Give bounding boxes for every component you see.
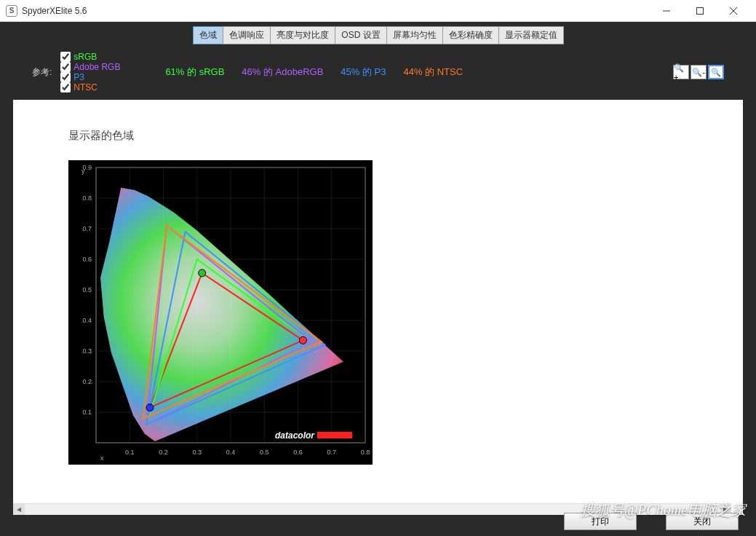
svg-text:0.2: 0.2 (82, 378, 92, 385)
svg-text:0.4: 0.4 (226, 449, 236, 456)
tab-5[interactable]: 色彩精确度 (442, 26, 499, 44)
ref-checkbox-srgb[interactable]: sRGB (60, 52, 120, 62)
svg-text:0.7: 0.7 (82, 225, 92, 232)
close-button[interactable] (717, 0, 750, 22)
tab-1[interactable]: 色调响应 (223, 26, 271, 44)
svg-text:0.7: 0.7 (327, 449, 336, 456)
zoom-reset-button[interactable]: 🔍 (708, 65, 724, 79)
option-row: 参考: sRGBAdobe RGBP3NTSC 61% 的 sRGB46% 的 … (3, 47, 753, 100)
svg-text:0.1: 0.1 (82, 409, 92, 416)
zoom-in-button[interactable]: 🔍+ (673, 65, 689, 79)
svg-point-41 (299, 336, 306, 344)
checkbox-input[interactable] (60, 62, 71, 72)
svg-text:0.3: 0.3 (82, 347, 92, 355)
svg-text:0.5: 0.5 (82, 286, 92, 293)
tab-0[interactable]: 色域 (193, 26, 223, 44)
svg-text:0.8: 0.8 (361, 449, 370, 456)
checkbox-input[interactable] (60, 82, 71, 92)
svg-text:x: x (100, 454, 104, 462)
bottom-buttons: 打印 关闭 (564, 513, 739, 530)
maximize-button[interactable] (683, 0, 717, 22)
stat-3: 44% 的 NTSC (403, 66, 463, 77)
stat-0: 61% 的 sRGB (165, 66, 224, 77)
svg-text:0.4: 0.4 (82, 317, 92, 324)
svg-text:0.2: 0.2 (159, 449, 168, 456)
checkbox-label: Adobe RGB (73, 62, 120, 72)
svg-point-42 (199, 269, 206, 277)
close-panel-button[interactable]: 关闭 (666, 513, 739, 530)
stat-1: 46% 的 AdobeRGB (242, 66, 323, 77)
tab-2[interactable]: 亮度与对比度 (270, 26, 335, 44)
svg-rect-1 (697, 7, 704, 14)
gamut-chart: 0.10.20.30.40.50.60.70.80.10.20.30.40.50… (68, 160, 373, 465)
content-area: 显示器的色域 0.10.20.30.40.50.60.70.80.10.20.3… (13, 100, 743, 515)
titlebar: S SpyderXElite 5.6 (0, 0, 756, 22)
app-body: 色域色调响应亮度与对比度OSD 设置屏幕均匀性色彩精确度显示器额定值 参考: s… (0, 22, 756, 536)
window-title: SpyderXElite 5.6 (22, 6, 87, 16)
svg-text:0.6: 0.6 (293, 449, 303, 456)
reference-label: 参考: (32, 66, 52, 79)
stat-2: 45% 的 P3 (341, 66, 386, 77)
svg-rect-45 (317, 432, 352, 438)
checkbox-input[interactable] (60, 72, 71, 82)
zoom-out-button[interactable]: 🔍- (691, 65, 707, 79)
tab-6[interactable]: 显示器额定值 (498, 26, 564, 44)
ref-checkbox-ntsc[interactable]: NTSC (60, 82, 120, 92)
svg-point-43 (146, 404, 154, 411)
ref-checkbox-adobergb[interactable]: Adobe RGB (60, 62, 120, 72)
svg-text:y: y (81, 168, 85, 175)
checkbox-label: NTSC (73, 82, 98, 92)
print-button[interactable]: 打印 (564, 513, 637, 530)
checkbox-label: P3 (73, 72, 84, 82)
minimize-button[interactable] (650, 0, 683, 22)
tab-row: 色域色调响应亮度与对比度OSD 设置屏幕均匀性色彩精确度显示器额定值 (3, 25, 753, 47)
svg-text:0.3: 0.3 (192, 449, 202, 456)
app-icon: S (6, 5, 17, 17)
svg-text:0.6: 0.6 (82, 256, 92, 263)
svg-text:0.5: 0.5 (260, 449, 269, 456)
zoom-tools: 🔍+ 🔍- 🔍 (673, 65, 724, 79)
svg-text:0.1: 0.1 (125, 449, 135, 456)
checkbox-input[interactable] (60, 52, 71, 62)
tab-3[interactable]: OSD 设置 (335, 26, 386, 44)
svg-text:0.8: 0.8 (82, 194, 92, 202)
svg-text:datacolor: datacolor (275, 430, 315, 441)
tab-4[interactable]: 屏幕均匀性 (386, 26, 443, 44)
ref-checkbox-p3[interactable]: P3 (60, 72, 120, 82)
checkbox-label: sRGB (73, 52, 97, 62)
scroll-left-arrow[interactable]: ◀ (13, 504, 25, 516)
content-title: 显示器的色域 (68, 129, 743, 143)
